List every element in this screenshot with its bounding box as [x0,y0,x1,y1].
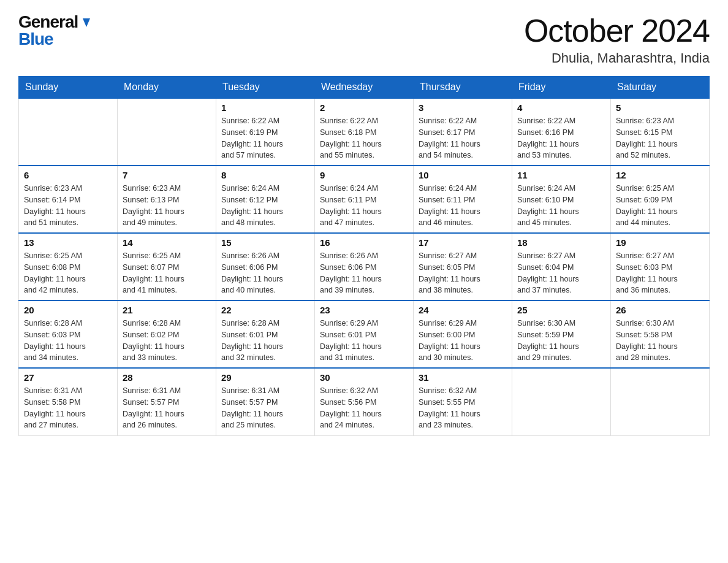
day-info: Sunrise: 6:31 AM Sunset: 5:57 PM Dayligh… [123,385,211,431]
calendar-cell: 18Sunrise: 6:27 AM Sunset: 6:04 PM Dayli… [512,233,611,301]
day-number: 6 [24,170,112,180]
day-info: Sunrise: 6:26 AM Sunset: 6:06 PM Dayligh… [320,250,408,296]
weekday-header-thursday: Thursday [414,77,512,99]
day-info: Sunrise: 6:29 AM Sunset: 6:00 PM Dayligh… [419,318,507,364]
calendar-cell: 29Sunrise: 6:31 AM Sunset: 5:57 PM Dayli… [216,368,315,435]
calendar-body: 1Sunrise: 6:22 AM Sunset: 6:19 PM Daylig… [19,98,710,435]
day-number: 1 [221,102,309,113]
calendar-cell: 28Sunrise: 6:31 AM Sunset: 5:57 PM Dayli… [118,368,216,435]
day-number: 19 [616,237,704,248]
calendar-cell: 7Sunrise: 6:23 AM Sunset: 6:13 PM Daylig… [118,166,216,233]
day-info: Sunrise: 6:30 AM Sunset: 5:59 PM Dayligh… [517,318,605,364]
day-info: Sunrise: 6:25 AM Sunset: 6:08 PM Dayligh… [24,250,112,296]
day-info: Sunrise: 6:22 AM Sunset: 6:16 PM Dayligh… [517,115,605,161]
day-info: Sunrise: 6:23 AM Sunset: 6:14 PM Dayligh… [24,183,112,229]
calendar-cell: 24Sunrise: 6:29 AM Sunset: 6:00 PM Dayli… [414,301,512,368]
logo-blue-text: Blue [18,29,53,49]
svg-marker-0 [83,18,90,27]
day-info: Sunrise: 6:24 AM Sunset: 6:11 PM Dayligh… [419,183,507,229]
day-number: 31 [419,372,507,383]
weekday-header-saturday: Saturday [611,77,710,99]
day-info: Sunrise: 6:27 AM Sunset: 6:03 PM Dayligh… [616,250,704,296]
day-number: 12 [616,170,704,180]
day-number: 13 [24,237,112,248]
week-row-5: 27Sunrise: 6:31 AM Sunset: 5:58 PM Dayli… [19,368,710,435]
weekday-header-tuesday: Tuesday [216,77,315,99]
day-number: 30 [320,372,408,383]
calendar-cell [19,98,118,166]
calendar-cell: 19Sunrise: 6:27 AM Sunset: 6:03 PM Dayli… [611,233,710,301]
location-text: Dhulia, Maharashtra, India [524,50,710,66]
weekday-header-sunday: Sunday [19,77,118,99]
day-number: 15 [221,237,309,248]
calendar-cell: 5Sunrise: 6:23 AM Sunset: 6:15 PM Daylig… [611,98,710,166]
day-info: Sunrise: 6:32 AM Sunset: 5:56 PM Dayligh… [320,385,408,431]
day-number: 14 [123,237,211,248]
day-info: Sunrise: 6:28 AM Sunset: 6:03 PM Dayligh… [24,318,112,364]
day-number: 2 [320,102,408,113]
week-row-3: 13Sunrise: 6:25 AM Sunset: 6:08 PM Dayli… [19,233,710,301]
day-info: Sunrise: 6:23 AM Sunset: 6:13 PM Dayligh… [123,183,211,229]
day-info: Sunrise: 6:22 AM Sunset: 6:19 PM Dayligh… [221,115,309,161]
day-number: 21 [123,305,211,315]
weekday-header-wednesday: Wednesday [315,77,414,99]
page-header: General Blue October 2024 Dhulia, Mahara… [18,12,710,66]
day-number: 22 [221,305,309,315]
day-number: 9 [320,170,408,180]
day-number: 11 [517,170,605,180]
calendar-cell: 27Sunrise: 6:31 AM Sunset: 5:58 PM Dayli… [19,368,118,435]
title-block: October 2024 Dhulia, Maharashtra, India [524,12,710,66]
day-info: Sunrise: 6:22 AM Sunset: 6:18 PM Dayligh… [320,115,408,161]
day-number: 8 [221,170,309,180]
calendar-cell: 22Sunrise: 6:28 AM Sunset: 6:01 PM Dayli… [216,301,315,368]
calendar-cell: 15Sunrise: 6:26 AM Sunset: 6:06 PM Dayli… [216,233,315,301]
logo: General Blue [18,12,93,49]
day-number: 18 [517,237,605,248]
calendar-cell: 30Sunrise: 6:32 AM Sunset: 5:56 PM Dayli… [315,368,414,435]
month-title: October 2024 [524,12,710,49]
logo-triangle-icon [79,16,93,29]
calendar-cell: 13Sunrise: 6:25 AM Sunset: 6:08 PM Dayli… [19,233,118,301]
calendar-cell: 16Sunrise: 6:26 AM Sunset: 6:06 PM Dayli… [315,233,414,301]
day-info: Sunrise: 6:28 AM Sunset: 6:02 PM Dayligh… [123,318,211,364]
calendar-cell: 4Sunrise: 6:22 AM Sunset: 6:16 PM Daylig… [512,98,611,166]
day-number: 16 [320,237,408,248]
calendar-table: SundayMondayTuesdayWednesdayThursdayFrid… [18,76,710,436]
weekday-header-row: SundayMondayTuesdayWednesdayThursdayFrid… [19,77,710,99]
day-number: 26 [616,305,704,315]
calendar-cell: 17Sunrise: 6:27 AM Sunset: 6:05 PM Dayli… [414,233,512,301]
calendar-cell: 11Sunrise: 6:24 AM Sunset: 6:10 PM Dayli… [512,166,611,233]
calendar-cell: 1Sunrise: 6:22 AM Sunset: 6:19 PM Daylig… [216,98,315,166]
day-info: Sunrise: 6:26 AM Sunset: 6:06 PM Dayligh… [221,250,309,296]
calendar-cell [512,368,611,435]
day-number: 17 [419,237,507,248]
day-info: Sunrise: 6:27 AM Sunset: 6:05 PM Dayligh… [419,250,507,296]
calendar-cell: 25Sunrise: 6:30 AM Sunset: 5:59 PM Dayli… [512,301,611,368]
day-number: 10 [419,170,507,180]
calendar-cell: 8Sunrise: 6:24 AM Sunset: 6:12 PM Daylig… [216,166,315,233]
calendar-cell: 23Sunrise: 6:29 AM Sunset: 6:01 PM Dayli… [315,301,414,368]
day-number: 4 [517,102,605,113]
day-info: Sunrise: 6:23 AM Sunset: 6:15 PM Dayligh… [616,115,704,161]
day-number: 27 [24,372,112,383]
day-info: Sunrise: 6:25 AM Sunset: 6:09 PM Dayligh… [616,183,704,229]
calendar-cell: 26Sunrise: 6:30 AM Sunset: 5:58 PM Dayli… [611,301,710,368]
calendar-cell: 31Sunrise: 6:32 AM Sunset: 5:55 PM Dayli… [414,368,512,435]
calendar-cell: 20Sunrise: 6:28 AM Sunset: 6:03 PM Dayli… [19,301,118,368]
calendar-cell: 6Sunrise: 6:23 AM Sunset: 6:14 PM Daylig… [19,166,118,233]
weekday-header-friday: Friday [512,77,611,99]
calendar-cell: 3Sunrise: 6:22 AM Sunset: 6:17 PM Daylig… [414,98,512,166]
calendar-cell: 14Sunrise: 6:25 AM Sunset: 6:07 PM Dayli… [118,233,216,301]
day-number: 7 [123,170,211,180]
day-number: 25 [517,305,605,315]
calendar-cell: 9Sunrise: 6:24 AM Sunset: 6:11 PM Daylig… [315,166,414,233]
week-row-1: 1Sunrise: 6:22 AM Sunset: 6:19 PM Daylig… [19,98,710,166]
day-info: Sunrise: 6:32 AM Sunset: 5:55 PM Dayligh… [419,385,507,431]
day-number: 23 [320,305,408,315]
day-info: Sunrise: 6:29 AM Sunset: 6:01 PM Dayligh… [320,318,408,364]
day-info: Sunrise: 6:28 AM Sunset: 6:01 PM Dayligh… [221,318,309,364]
calendar-cell: 21Sunrise: 6:28 AM Sunset: 6:02 PM Dayli… [118,301,216,368]
day-info: Sunrise: 6:25 AM Sunset: 6:07 PM Dayligh… [123,250,211,296]
day-number: 3 [419,102,507,113]
day-info: Sunrise: 6:27 AM Sunset: 6:04 PM Dayligh… [517,250,605,296]
